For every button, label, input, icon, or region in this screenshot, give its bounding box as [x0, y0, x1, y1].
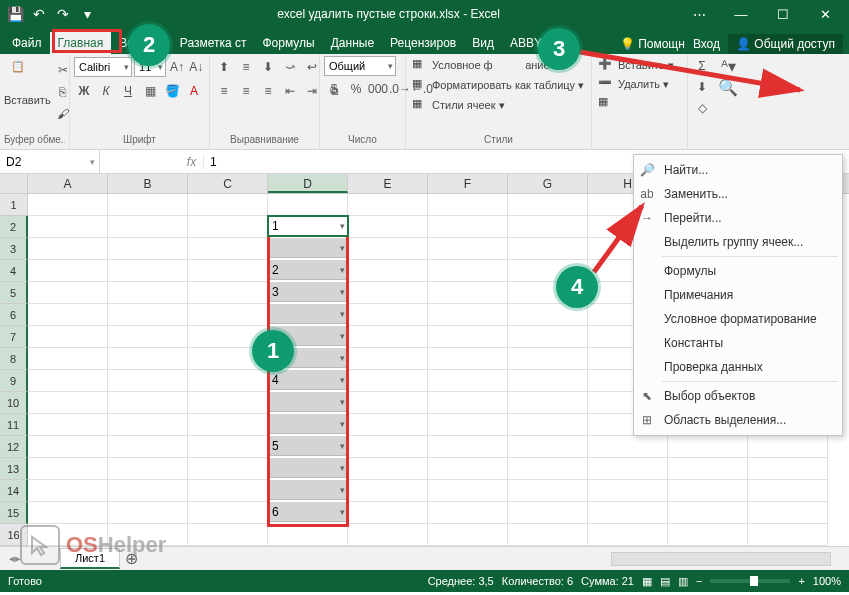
- cell[interactable]: [428, 480, 508, 502]
- cell[interactable]: [348, 348, 428, 370]
- orientation-icon[interactable]: ⤻: [280, 57, 300, 77]
- cell[interactable]: [188, 238, 268, 260]
- cell[interactable]: [268, 414, 348, 434]
- menu-item[interactable]: ⊞Область выделения...: [634, 408, 842, 432]
- redo-button[interactable]: ↷: [52, 3, 74, 25]
- cell[interactable]: [428, 436, 508, 458]
- cell[interactable]: [428, 194, 508, 216]
- cell[interactable]: [268, 392, 348, 412]
- cell[interactable]: 6: [268, 502, 348, 522]
- tab-вид[interactable]: Вид: [464, 32, 502, 54]
- cell[interactable]: [108, 480, 188, 502]
- menu-item[interactable]: →Перейти...: [634, 206, 842, 230]
- cell[interactable]: [188, 282, 268, 304]
- row-header[interactable]: 11: [0, 414, 28, 436]
- cell[interactable]: [28, 326, 108, 348]
- row-header[interactable]: 7: [0, 326, 28, 348]
- row-header[interactable]: 9: [0, 370, 28, 392]
- menu-item[interactable]: Условное форматирование: [634, 307, 842, 331]
- cell[interactable]: [188, 436, 268, 458]
- cell[interactable]: [268, 480, 348, 500]
- cell[interactable]: [108, 458, 188, 480]
- align-center-icon[interactable]: ≡: [236, 81, 256, 101]
- cell[interactable]: [108, 414, 188, 436]
- row-header[interactable]: 3: [0, 238, 28, 260]
- zoom-in-button[interactable]: +: [798, 575, 804, 587]
- cell[interactable]: [188, 524, 268, 546]
- indent-inc-icon[interactable]: ⇥: [302, 81, 322, 101]
- currency-icon[interactable]: $: [324, 79, 344, 99]
- cell[interactable]: [748, 480, 828, 502]
- delete-cells-button[interactable]: ➖Удалить ▾: [596, 75, 671, 93]
- cell[interactable]: [428, 216, 508, 238]
- cell[interactable]: [508, 326, 588, 348]
- cell[interactable]: [588, 436, 668, 458]
- align-middle-icon[interactable]: ≡: [236, 57, 256, 77]
- row-header[interactable]: 14: [0, 480, 28, 502]
- cell[interactable]: [348, 524, 428, 546]
- row-header[interactable]: 10: [0, 392, 28, 414]
- column-header[interactable]: F: [428, 174, 508, 193]
- cell[interactable]: [428, 502, 508, 524]
- cell[interactable]: [348, 326, 428, 348]
- cell[interactable]: [348, 216, 428, 238]
- shrink-font-icon[interactable]: A↓: [188, 57, 205, 77]
- cell[interactable]: [748, 458, 828, 480]
- cell[interactable]: [268, 524, 348, 546]
- border-icon[interactable]: ▦: [140, 81, 160, 101]
- cell[interactable]: [28, 348, 108, 370]
- view-normal-icon[interactable]: ▦: [642, 575, 652, 588]
- cell[interactable]: [668, 436, 748, 458]
- tab-данные[interactable]: Данные: [323, 32, 382, 54]
- cell[interactable]: [348, 282, 428, 304]
- row-header[interactable]: 4: [0, 260, 28, 282]
- cell[interactable]: [28, 194, 108, 216]
- cell[interactable]: 1: [268, 216, 348, 236]
- column-header[interactable]: C: [188, 174, 268, 193]
- cell[interactable]: [508, 238, 588, 260]
- cell[interactable]: [188, 216, 268, 238]
- ribbon-options-icon[interactable]: ⋯: [679, 7, 719, 22]
- tab-разметка ст[interactable]: Разметка ст: [172, 32, 255, 54]
- cell[interactable]: [188, 480, 268, 502]
- cell[interactable]: [748, 524, 828, 546]
- format-as-table-button[interactable]: ▦Форматировать как таблицу ▾: [410, 76, 587, 94]
- maximize-button[interactable]: ☐: [763, 7, 803, 22]
- fill-color-icon[interactable]: 🪣: [162, 81, 182, 101]
- italic-button[interactable]: К: [96, 81, 116, 101]
- cell[interactable]: [348, 414, 428, 436]
- horizontal-scrollbar[interactable]: [611, 552, 831, 566]
- cell[interactable]: [348, 480, 428, 502]
- cell[interactable]: [28, 370, 108, 392]
- menu-item[interactable]: 🔎Найти...: [634, 158, 842, 182]
- cell[interactable]: [108, 282, 188, 304]
- cell[interactable]: [28, 304, 108, 326]
- undo-button[interactable]: ↶: [28, 3, 50, 25]
- number-format-select[interactable]: Общий: [324, 56, 396, 76]
- cell[interactable]: [348, 392, 428, 414]
- qat-customize-icon[interactable]: ▾: [76, 3, 98, 25]
- indent-dec-icon[interactable]: ⇤: [280, 81, 300, 101]
- grow-font-icon[interactable]: A↑: [168, 57, 185, 77]
- format-cells-button[interactable]: ▦: [596, 94, 616, 112]
- cell[interactable]: [28, 392, 108, 414]
- cell[interactable]: [348, 304, 428, 326]
- cell[interactable]: [588, 458, 668, 480]
- cell[interactable]: [28, 458, 108, 480]
- paste-button[interactable]: 📋 Вставить: [4, 56, 51, 106]
- align-right-icon[interactable]: ≡: [258, 81, 278, 101]
- cell[interactable]: [508, 458, 588, 480]
- cell[interactable]: [668, 458, 748, 480]
- cell[interactable]: 5: [268, 436, 348, 456]
- percent-icon[interactable]: %: [346, 79, 366, 99]
- cell[interactable]: [108, 260, 188, 282]
- sort-filter-icon[interactable]: ᴬ▾: [718, 56, 738, 76]
- cell[interactable]: [108, 436, 188, 458]
- cell[interactable]: [508, 392, 588, 414]
- cell[interactable]: [588, 480, 668, 502]
- tab-файл[interactable]: Файл: [4, 32, 50, 54]
- find-select-button[interactable]: 🔍: [718, 77, 738, 97]
- autosum-icon[interactable]: Σ: [692, 56, 712, 76]
- menu-item[interactable]: abЗаменить...: [634, 182, 842, 206]
- cell[interactable]: [428, 414, 508, 436]
